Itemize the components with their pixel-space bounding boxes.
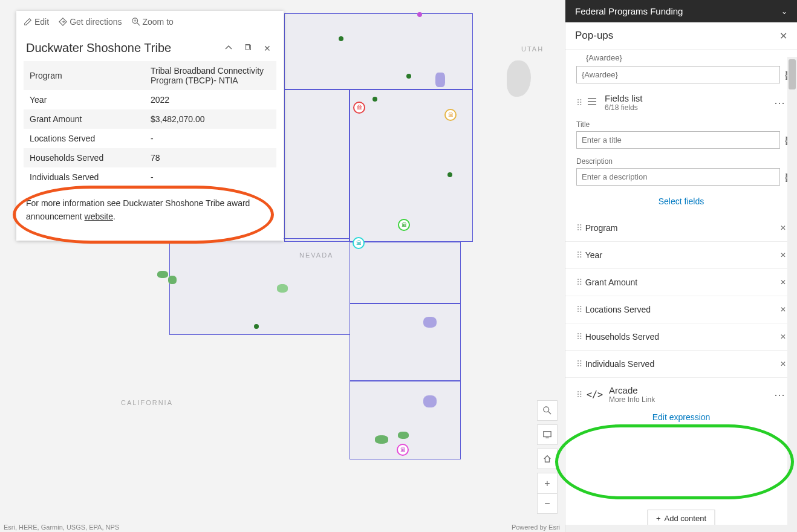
- edit-expression-link[interactable]: Edit expression: [565, 406, 797, 432]
- remove-icon[interactable]: ✕: [780, 224, 786, 232]
- grip-icon[interactable]: ⠿: [576, 98, 581, 108]
- field-value: 78: [145, 148, 276, 167]
- field-value: Tribal Broadband Connectivity Program (T…: [145, 61, 276, 90]
- field-name: Locations Served: [585, 305, 651, 314]
- svg-line-1: [548, 412, 551, 414]
- select-fields-link[interactable]: Select fields: [565, 190, 797, 215]
- fields-list-subtitle: 6/18 fields: [605, 103, 643, 112]
- map-marker-cyan[interactable]: 🏛: [353, 237, 365, 249]
- dock-icon[interactable]: [241, 43, 255, 53]
- svg-rect-8: [246, 45, 251, 50]
- zoomto-label: Zoom to: [143, 17, 174, 27]
- directions-button[interactable]: Get directions: [59, 17, 122, 27]
- field-name: Program: [585, 223, 618, 233]
- section-title-row: Pop-ups ✕: [565, 22, 797, 50]
- popup-header: Duckwater Shoshone Tribe ✕: [16, 33, 284, 61]
- fields-list-header[interactable]: ⠿ Fields list 6/18 fields ⋯: [565, 88, 797, 117]
- grip-icon[interactable]: ⠿: [576, 390, 581, 400]
- grip-icon[interactable]: ⠿: [576, 305, 581, 314]
- pencil-icon: [24, 18, 32, 26]
- collapse-icon[interactable]: [222, 44, 235, 53]
- title-input[interactable]: [576, 131, 780, 149]
- add-content-label: Add content: [665, 514, 706, 523]
- description-input[interactable]: [576, 168, 780, 186]
- directions-icon: [59, 18, 67, 26]
- brace-button[interactable]: { }: [785, 135, 786, 145]
- popup-fields-table: ProgramTribal Broadband Connectivity Pro…: [24, 61, 276, 187]
- panel-header[interactable]: Federal Programs Funding ⌄: [565, 0, 797, 22]
- remove-icon[interactable]: ✕: [780, 278, 786, 287]
- home-button[interactable]: [537, 449, 558, 469]
- map-marker-magenta[interactable]: 🏛: [397, 444, 409, 456]
- title-label: Title: [565, 117, 797, 131]
- zoomto-button[interactable]: Zoom to: [132, 17, 174, 27]
- field-value: $3,482,070.00: [145, 109, 276, 129]
- brace-button[interactable]: { }: [785, 172, 786, 182]
- map-label-california: CALIFORNIA: [121, 399, 173, 406]
- arcade-subtitle: More Info Link: [609, 395, 655, 404]
- popup: Edit Get directions Zoom to Duckwater Sh…: [16, 11, 284, 241]
- remove-icon[interactable]: ✕: [780, 251, 786, 259]
- remove-icon[interactable]: ✕: [780, 305, 786, 314]
- field-label: Year: [24, 90, 145, 109]
- field-value: 2022: [145, 90, 276, 109]
- field-row-locations[interactable]: ⠿ Locations Served✕: [565, 296, 797, 323]
- remove-icon[interactable]: ✕: [780, 360, 786, 368]
- note-prefix: For more information see Duckwater Shosh…: [26, 198, 250, 221]
- svg-line-5: [137, 23, 139, 25]
- remove-icon[interactable]: ✕: [780, 332, 786, 341]
- brace-button[interactable]: { }: [785, 70, 786, 80]
- fields-list-icon: [587, 96, 599, 109]
- svg-rect-2: [544, 432, 551, 437]
- field-value: -: [145, 167, 276, 187]
- awardee-input[interactable]: [576, 66, 780, 83]
- add-content-button[interactable]: + Add content: [647, 510, 715, 525]
- arcade-title: Arcade: [609, 385, 655, 395]
- map-marker-red[interactable]: 🏛: [353, 102, 365, 114]
- more-menu-button[interactable]: ⋯: [774, 388, 786, 401]
- field-row-households[interactable]: ⠿ Households Served✕: [565, 323, 797, 351]
- more-menu-button[interactable]: ⋯: [774, 96, 786, 109]
- grip-icon[interactable]: ⠿: [576, 250, 581, 260]
- website-link[interactable]: website: [85, 212, 113, 221]
- field-row-grant[interactable]: ⠿ Grant Amount✕: [565, 269, 797, 296]
- panel-close-icon[interactable]: ✕: [779, 30, 787, 42]
- plus-icon: +: [656, 514, 661, 523]
- grip-icon[interactable]: ⠿: [576, 223, 581, 233]
- popup-title: Duckwater Shoshone Tribe: [26, 41, 216, 55]
- edit-button[interactable]: Edit: [24, 17, 49, 27]
- map-credits: Esri, HERE, Garmin, USGS, EPA, NPS: [4, 524, 119, 531]
- field-row-program[interactable]: ⠿ Program✕: [565, 215, 797, 242]
- grip-icon[interactable]: ⠿: [576, 332, 581, 342]
- map-marker-green[interactable]: 🏛: [398, 219, 410, 231]
- svg-point-0: [544, 407, 549, 412]
- close-icon[interactable]: ✕: [261, 44, 274, 53]
- awardee-label: {Awardee}: [565, 53, 797, 62]
- grip-icon[interactable]: ⠿: [576, 277, 581, 287]
- arcade-block[interactable]: ⠿ </> Arcade More Info Link ⋯: [565, 378, 797, 406]
- search-button[interactable]: [537, 400, 558, 421]
- screen-button[interactable]: [537, 424, 558, 445]
- field-label: Program: [24, 61, 145, 90]
- zoom-icon: [132, 18, 140, 26]
- map-marker-orange[interactable]: 🏛: [444, 109, 457, 121]
- field-label: Individuals Served: [24, 167, 145, 187]
- table-row: Households Served78: [24, 148, 276, 167]
- section-title: Pop-ups: [575, 30, 613, 42]
- zoom-out-button[interactable]: −: [537, 493, 558, 514]
- grip-icon[interactable]: ⠿: [576, 359, 581, 369]
- note-suffix: .: [113, 212, 115, 221]
- panel-header-title: Federal Programs Funding: [575, 6, 683, 16]
- map-label-utah: UTAH: [521, 45, 544, 53]
- panel-body: {Awardee} { } ⠿ Fields list 6/18 fields …: [565, 50, 797, 525]
- field-row-individuals[interactable]: ⠿ Individuals Served✕: [565, 351, 797, 378]
- zoom-in-button[interactable]: +: [537, 473, 558, 493]
- config-panel: Federal Programs Funding ⌄ Pop-ups ✕ {Aw…: [565, 0, 797, 532]
- directions-label: Get directions: [70, 17, 122, 27]
- field-name: Year: [585, 250, 602, 260]
- popup-toolbar: Edit Get directions Zoom to: [16, 11, 284, 33]
- field-row-year[interactable]: ⠿ Year✕: [565, 242, 797, 269]
- panel-scrollbar[interactable]: [787, 57, 797, 532]
- scrollbar-thumb[interactable]: [789, 59, 796, 89]
- field-label: Locations Served: [24, 129, 145, 148]
